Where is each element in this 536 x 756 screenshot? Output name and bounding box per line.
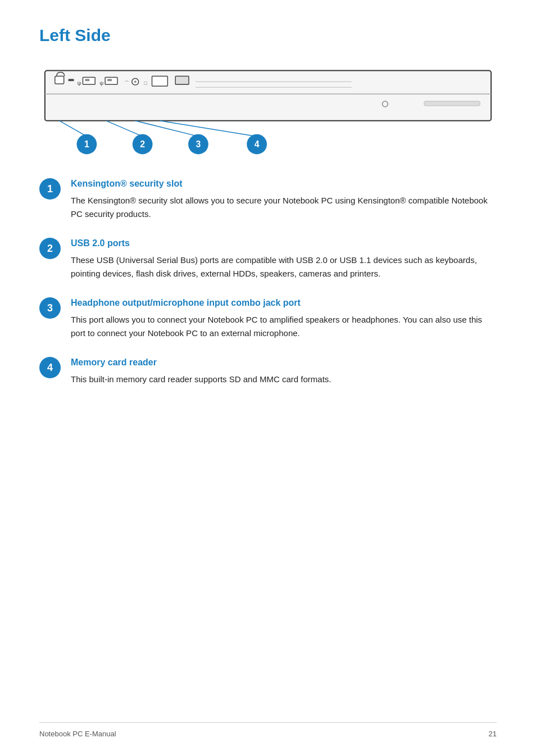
- svg-point-12: [134, 80, 137, 83]
- svg-rect-15: [175, 76, 189, 84]
- section-content-4: Memory card reader This built-in memory …: [71, 356, 497, 386]
- section-desc-3: This port allows you to connect your Not…: [71, 313, 497, 340]
- footer-left: Notebook PC E-Manual: [39, 728, 116, 740]
- svg-text:ψ: ψ: [78, 80, 81, 86]
- section-badge-1: 1: [39, 178, 61, 200]
- page-title: Left Side: [39, 22, 497, 48]
- section-content-2: USB 2.0 ports These USB (Universal Seria…: [71, 237, 497, 280]
- section-3: 3 Headphone output/microphone input comb…: [39, 296, 497, 340]
- section-desc-2: These USB (Universal Serial Bus) ports a…: [71, 253, 497, 280]
- svg-text:⌒: ⌒: [124, 80, 129, 86]
- page-footer: Notebook PC E-Manual 21: [39, 722, 497, 740]
- svg-text:ψ: ψ: [99, 80, 103, 86]
- section-title-4: Memory card reader: [71, 356, 497, 369]
- svg-text:□: □: [144, 80, 148, 86]
- section-desc-4: This built-in memory card reader support…: [71, 373, 497, 386]
- section-content-1: Kensington® security slot The Kensington…: [71, 177, 497, 221]
- footer-page-number: 21: [489, 728, 497, 740]
- svg-rect-2: [55, 76, 64, 84]
- laptop-side-view: ψ ψ ⌒ □: [39, 65, 497, 155]
- sections-container: 1 Kensington® security slot The Kensingt…: [39, 177, 497, 386]
- svg-rect-3: [69, 79, 74, 81]
- section-title-1: Kensington® security slot: [71, 177, 497, 191]
- svg-line-22: [106, 121, 143, 137]
- section-content-3: Headphone output/microphone input combo …: [71, 296, 497, 340]
- svg-line-23: [135, 121, 198, 137]
- section-badge-3: 3: [39, 297, 61, 319]
- section-2: 2 USB 2.0 ports These USB (Universal Ser…: [39, 237, 497, 280]
- svg-text:1: 1: [84, 140, 89, 150]
- svg-rect-14: [152, 76, 168, 86]
- svg-text:2: 2: [140, 140, 145, 150]
- svg-text:3: 3: [196, 140, 201, 150]
- section-1: 1 Kensington® security slot The Kensingt…: [39, 177, 497, 221]
- section-badge-4: 4: [39, 357, 61, 378]
- section-title-3: Headphone output/microphone input combo …: [71, 296, 497, 310]
- svg-rect-9: [107, 79, 112, 81]
- laptop-diagram: ψ ψ ⌒ □: [39, 65, 497, 155]
- svg-line-21: [60, 121, 87, 137]
- svg-text:4: 4: [255, 140, 260, 150]
- section-badge-2: 2: [39, 238, 61, 259]
- section-title-2: USB 2.0 ports: [71, 237, 497, 250]
- svg-rect-20: [424, 101, 480, 106]
- section-desc-1: The Kensington® security slot allows you…: [71, 194, 497, 221]
- svg-line-24: [160, 121, 257, 137]
- section-4: 4 Memory card reader This built-in memor…: [39, 356, 497, 386]
- svg-rect-6: [85, 79, 89, 81]
